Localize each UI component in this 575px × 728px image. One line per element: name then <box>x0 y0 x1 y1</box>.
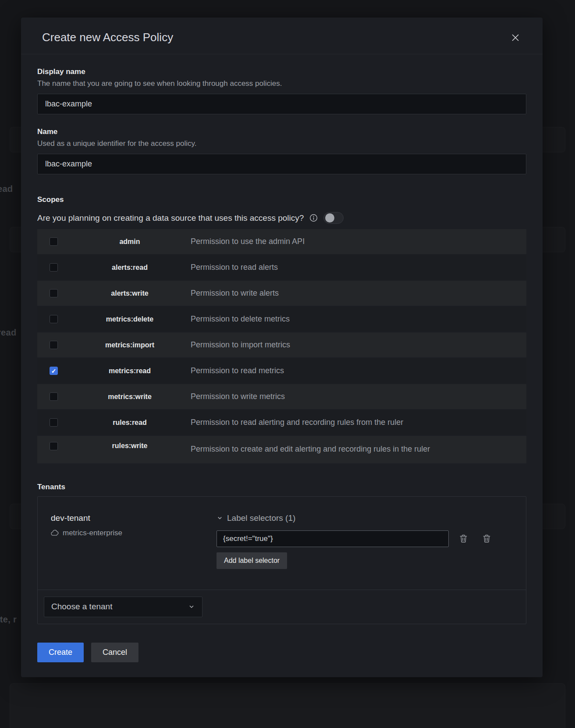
close-button[interactable] <box>509 32 522 44</box>
tenant-cluster: metrics-enterprise <box>51 529 217 537</box>
scopes-section: Scopes Are you planning on creating a da… <box>37 195 526 464</box>
modal-footer: Create Cancel <box>37 643 526 662</box>
scope-description: Permission to create and edit alerting a… <box>191 442 484 456</box>
backdrop-text-fragment: ite, r <box>0 615 17 625</box>
trash-icon <box>482 534 492 544</box>
scope-checkbox[interactable] <box>50 263 58 272</box>
modal-header: Create new Access Policy <box>21 18 543 54</box>
scope-name: metrics:delete <box>69 315 191 323</box>
display-name-label: Display name <box>37 67 526 76</box>
scope-description: Permission to read alerts <box>191 260 484 275</box>
scope-row: metrics:delete Permission to delete metr… <box>37 307 526 332</box>
backdrop-text-fragment: read <box>0 328 16 338</box>
label-selectors-label: Label selectors (1) <box>227 513 295 523</box>
scope-row: metrics:read Permission to read metrics <box>37 358 526 383</box>
scope-row: metrics:write Permission to write metric… <box>37 384 526 409</box>
scope-description: Permission to import metrics <box>191 338 484 352</box>
cancel-button[interactable]: Cancel <box>91 643 138 662</box>
scope-checkbox[interactable] <box>50 367 58 375</box>
scope-checkbox[interactable] <box>50 289 58 297</box>
label-selector-input[interactable] <box>217 530 449 547</box>
scope-name: admin <box>69 238 191 246</box>
modal-body: Display name The name that you are going… <box>21 67 543 662</box>
label-selectors-header[interactable]: Label selectors (1) <box>217 513 519 523</box>
scope-checkbox[interactable] <box>50 237 58 246</box>
scope-checkbox-cell <box>37 418 69 427</box>
scope-name: alerts:read <box>69 264 191 272</box>
create-access-policy-modal: Create new Access Policy Display name Th… <box>21 18 543 677</box>
datasource-toggle[interactable] <box>323 212 344 224</box>
scopes-label: Scopes <box>37 195 526 204</box>
scope-checkbox-cell <box>37 289 69 297</box>
scope-row: rules:read Permission to read alerting a… <box>37 410 526 435</box>
datasource-question: Are you planning on creating a data sour… <box>37 213 304 223</box>
scope-checkbox-cell <box>37 237 69 246</box>
scope-checkbox-cell <box>37 315 69 323</box>
display-name-input[interactable] <box>37 94 526 114</box>
name-group: Name Used as a unique identifier for the… <box>37 127 526 174</box>
scope-name: alerts:write <box>69 290 191 297</box>
scope-name: metrics:write <box>69 393 191 401</box>
choose-tenant-select[interactable]: Choose a tenant <box>44 597 202 617</box>
choose-tenant-placeholder: Choose a tenant <box>51 602 112 611</box>
scope-description: Permission to use the admin API <box>191 234 484 249</box>
info-icon[interactable] <box>309 214 318 222</box>
name-label: Name <box>37 127 526 136</box>
scope-checkbox-cell <box>37 341 69 349</box>
tenants-label: Tenants <box>37 483 526 491</box>
scope-checkbox[interactable] <box>50 315 58 323</box>
scope-row: admin Permission to use the admin API <box>37 229 526 254</box>
tenant-name: dev-tenant <box>51 513 217 523</box>
backdrop-panel <box>10 683 565 728</box>
modal-title: Create new Access Policy <box>42 31 173 44</box>
toggle-knob <box>325 213 334 223</box>
scope-name: metrics:import <box>69 341 191 349</box>
scope-checkbox[interactable] <box>50 442 58 450</box>
scope-checkbox-cell <box>37 392 69 401</box>
scope-checkbox[interactable] <box>50 341 58 349</box>
scope-row: rules:write Permission to create and edi… <box>37 436 526 463</box>
scope-description: Permission to write metrics <box>191 389 484 404</box>
scope-row: alerts:write Permission to write alerts <box>37 281 526 306</box>
close-icon <box>511 33 520 42</box>
display-name-group: Display name The name that you are going… <box>37 67 526 114</box>
tenant-info: dev-tenant metrics-enterprise <box>45 513 217 578</box>
backdrop-text-fragment: ead <box>0 184 13 194</box>
scope-description: Permission to read alerting and recordin… <box>191 415 484 430</box>
scope-checkbox-cell <box>37 442 69 450</box>
add-label-selector-button[interactable]: Add label selector <box>217 552 287 569</box>
tenants-panel: dev-tenant metrics-enterprise <box>37 496 526 624</box>
label-selector-line <box>217 530 519 547</box>
cloud-icon <box>51 530 59 536</box>
scope-name: rules:read <box>69 419 191 427</box>
chevron-down-icon <box>217 515 223 521</box>
tenants-section: Tenants dev-tenant metrics-enterprise <box>37 483 526 624</box>
display-name-description: The name that you are going to see when … <box>37 79 526 88</box>
tenant-selectors: Label selectors (1) <box>217 513 519 578</box>
scope-description: Permission to delete metrics <box>191 312 484 326</box>
scope-row: alerts:read Permission to read alerts <box>37 255 526 280</box>
tenant-row: dev-tenant metrics-enterprise <box>38 497 526 590</box>
scope-checkbox[interactable] <box>50 392 58 401</box>
chevron-down-icon <box>188 603 195 610</box>
delete-selector-button[interactable] <box>457 532 470 545</box>
scope-checkbox-cell <box>37 367 69 375</box>
scopes-table: admin Permission to use the admin API al… <box>37 229 526 464</box>
scope-description: Permission to read metrics <box>191 364 484 378</box>
scope-name: rules:write <box>69 442 191 450</box>
tenants-panel-footer: Choose a tenant <box>38 590 526 624</box>
tenant-cluster-name: metrics-enterprise <box>63 529 122 537</box>
trash-icon <box>458 534 469 544</box>
scope-name: metrics:read <box>69 367 191 375</box>
name-input[interactable] <box>37 154 526 174</box>
delete-tenant-button[interactable] <box>480 532 493 545</box>
create-button[interactable]: Create <box>37 643 84 662</box>
name-description: Used as a unique identifier for the acce… <box>37 139 526 148</box>
scope-checkbox-cell <box>37 263 69 272</box>
scope-row: metrics:import Permission to import metr… <box>37 332 526 357</box>
scopes-question-row: Are you planning on creating a data sour… <box>37 212 526 224</box>
scope-description: Permission to write alerts <box>191 286 484 300</box>
scope-checkbox[interactable] <box>50 418 58 427</box>
